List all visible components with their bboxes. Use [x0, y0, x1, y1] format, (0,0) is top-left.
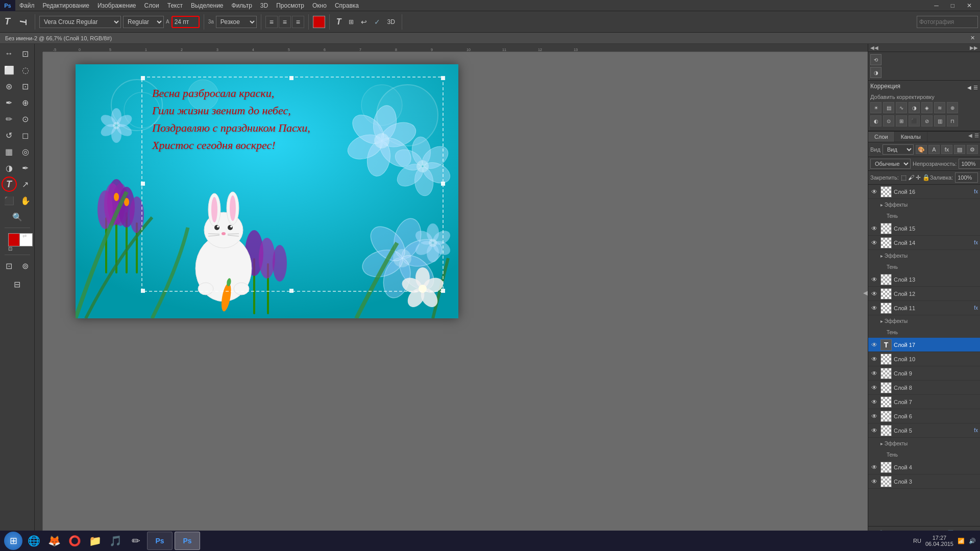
search-input[interactable] [917, 16, 978, 28]
3d-btn[interactable]: 3D [385, 17, 398, 27]
taskbar-ps2[interactable]: Ps [175, 532, 200, 550]
pen-tool[interactable]: ✒ [18, 160, 33, 176]
menu-text[interactable]: Текст [163, 1, 187, 10]
spot-heal-tool[interactable]: ⊕ [18, 95, 33, 110]
menu-image[interactable]: Изображение [93, 1, 140, 10]
layer-visibility-toggle[interactable]: 👁 [870, 427, 878, 435]
menu-layers[interactable]: Слои [140, 1, 163, 10]
opacity-input[interactable] [959, 159, 980, 169]
text-tool[interactable]: T [2, 177, 17, 192]
crop-tool[interactable]: ⊡ [18, 79, 33, 94]
lasso-tool[interactable]: ◌ [18, 62, 33, 78]
layer-item[interactable]: 👁 Слой 6 [868, 409, 980, 423]
dodge-tool[interactable]: ◑ [2, 160, 17, 176]
path-select-tool[interactable]: ↗ [18, 177, 33, 192]
menu-window[interactable]: Окно [308, 1, 331, 10]
screen-mode-btn[interactable]: ⊟ [10, 277, 25, 292]
layer-item[interactable]: 👁 Слой 8 [868, 381, 980, 395]
layer-visibility-toggle[interactable]: 👁 [870, 355, 878, 363]
menu-help[interactable]: Справка [331, 1, 363, 10]
zoom-tool[interactable]: 🔍 [10, 209, 25, 224]
minimize-btn[interactable]: ─ [930, 1, 943, 10]
hsl-icon[interactable]: ≋ [934, 102, 945, 113]
history-brush-tool[interactable]: ↺ [2, 128, 17, 143]
lock-all-btn[interactable]: 🔒 [922, 174, 930, 181]
history-icon[interactable]: ⟲ [870, 54, 881, 65]
filter-effect-btn[interactable]: fx [941, 145, 952, 154]
layer-visibility-toggle[interactable]: 👁 [870, 304, 878, 312]
layer-visibility-toggle[interactable]: 👁 [870, 188, 878, 196]
font-size-input[interactable] [172, 16, 200, 28]
panels-expand-btn[interactable]: ▶▶ [970, 45, 978, 51]
warp-text-btn[interactable]: T [334, 16, 344, 28]
text-color-swatch[interactable] [313, 16, 325, 28]
layers-collapse-btn[interactable]: ◀ [968, 133, 972, 141]
exposure-icon[interactable]: ◑ [909, 102, 920, 113]
taskbar-firefox[interactable]: 🦊 [45, 532, 63, 550]
start-button[interactable]: ⊞ [4, 532, 22, 550]
blur-tool[interactable]: ◎ [18, 144, 33, 159]
channels-tab[interactable]: Каналы [895, 132, 927, 142]
font-style-select[interactable]: Regular [123, 16, 164, 28]
layer-item[interactable]: 👁 Слой 4 [868, 460, 980, 474]
curves-icon[interactable]: ∿ [896, 102, 907, 113]
adjustment-icon[interactable]: ◑ [870, 67, 881, 78]
vibrance-icon[interactable]: ◈ [921, 102, 933, 113]
font-name-select[interactable]: Vera Crouz Regular [39, 16, 121, 28]
layer-item[interactable]: 👁 Слой 15 [868, 221, 980, 236]
invert-icon[interactable]: ⊘ [921, 115, 933, 127]
taskbar-draw[interactable]: ✏ [127, 532, 145, 550]
brush-tool[interactable]: ✏ [2, 111, 17, 127]
levels-icon[interactable]: ▤ [883, 102, 894, 113]
correction-menu-btn[interactable]: ☰ [973, 85, 978, 90]
filter-kind-btn[interactable]: 🎨 [916, 145, 927, 154]
layer-visibility-toggle[interactable]: 👁 [870, 478, 878, 486]
quick-select-tool[interactable]: ⊛ [2, 79, 17, 94]
layers-tab[interactable]: Слои [868, 132, 895, 142]
menu-3d[interactable]: 3D [256, 1, 272, 10]
layer-item[interactable]: 👁 Слой 16 fx [868, 185, 980, 199]
layer-visibility-toggle[interactable]: 👁 [870, 276, 878, 284]
blend-mode-select[interactable]: Обычные [870, 159, 911, 169]
clone-tool[interactable]: ⊙ [18, 111, 33, 127]
gradient-tool[interactable]: ▦ [2, 144, 17, 159]
menu-select[interactable]: Выделение [187, 1, 228, 10]
taskbar-ie[interactable]: 🌐 [24, 532, 43, 550]
right-panel-collapse[interactable]: ◀ [863, 289, 868, 296]
layer-visibility-toggle[interactable]: 👁 [870, 341, 878, 349]
layer-item[interactable]: 👁 Слой 5 fx [868, 423, 980, 438]
layer-item[interactable]: 👁 Слой 7 [868, 395, 980, 409]
panels-collapse-btn[interactable]: ◀◀ [870, 45, 878, 51]
threshold-icon[interactable]: ⊓ [947, 115, 958, 127]
ps-canvas[interactable]: Весна разбросала краски, Гили жизни звен… [76, 64, 458, 318]
eraser-tool[interactable]: ◻ [18, 128, 33, 143]
hand-tool[interactable]: ✋ [18, 193, 33, 208]
lock-transparent-btn[interactable]: ⬚ [901, 174, 906, 181]
layer-visibility-toggle[interactable]: 👁 [870, 369, 878, 378]
lock-pixels-btn[interactable]: 🖌 [908, 174, 914, 181]
posterize-icon[interactable]: ▥ [934, 115, 945, 127]
layers-filter-select[interactable]: Вид [883, 144, 914, 155]
cancel-edit-btn[interactable]: ↩ [358, 16, 370, 28]
brightness-icon[interactable]: ☀ [870, 102, 881, 113]
layer-item[interactable]: 👁 Слой 3 [868, 474, 980, 489]
layer-item[interactable]: 👁 Слой 13 [868, 272, 980, 287]
taskbar-explorer[interactable]: 📁 [86, 532, 104, 550]
layer-item[interactable]: 👁 Слой 9 [868, 366, 980, 381]
filter-attr-btn[interactable]: ⚙ [967, 145, 978, 154]
layer-item[interactable]: 👁 Слой 10 [868, 352, 980, 366]
quick-mask-standard[interactable]: ⊡ [2, 258, 17, 273]
layer-visibility-toggle[interactable]: 👁 [870, 412, 878, 420]
layer-visibility-toggle[interactable]: 👁 [870, 290, 878, 298]
colorbalance-icon[interactable]: ⊕ [947, 102, 958, 113]
channelmix-icon[interactable]: ⊞ [896, 115, 907, 127]
quick-mask-mode[interactable]: ⊚ [18, 258, 33, 273]
taskbar-media[interactable]: 🎵 [106, 532, 125, 550]
layer-visibility-toggle[interactable]: 👁 [870, 384, 878, 392]
canvas-close-btn[interactable]: ✕ [970, 35, 975, 41]
layer-item[interactable]: 👁 Слой 14 fx [868, 236, 980, 250]
swap-colors-btn[interactable]: ⇄ [22, 233, 27, 239]
menu-filter[interactable]: Фильтр [228, 1, 256, 10]
taskbar-opera[interactable]: ⭕ [65, 532, 84, 550]
layers-menu-btn[interactable]: ☰ [974, 133, 979, 141]
